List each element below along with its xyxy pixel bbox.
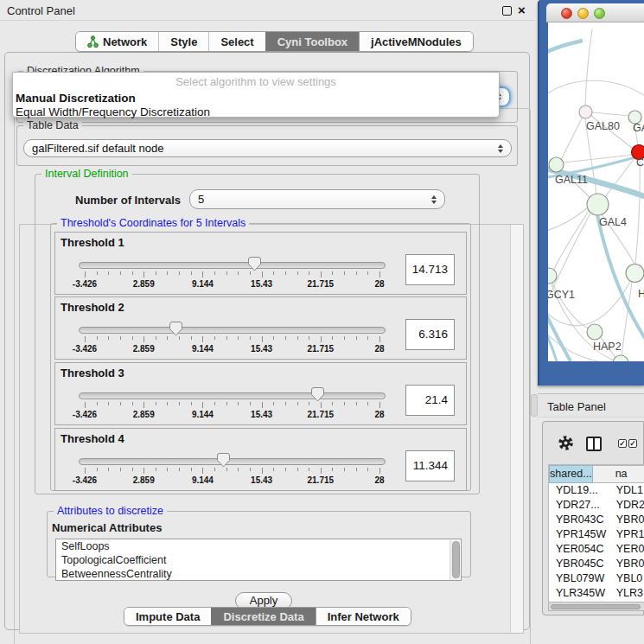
table-row[interactable]: YDL19...YDL1 [549,483,644,498]
table-data-combobox[interactable]: galFiltered.sif default node [23,139,512,157]
attribute-list-item[interactable]: BetweennessCentrality [56,567,461,581]
threshold-value-field[interactable]: 21.4 [405,385,455,416]
table-row[interactable]: YER054CYER0 [549,542,644,557]
attribute-list-item[interactable]: TopologicalCoefficient [56,553,461,567]
threshold-slider[interactable]: -3.4262.8599.14415.4321.71528 [79,258,386,295]
table-horizontal-scrollbar[interactable] [548,602,644,611]
slider-tick [167,336,168,340]
slider-tick [226,271,227,275]
tab-network[interactable]: Network [76,32,158,51]
slider-tick [214,468,215,471]
slider-thumb-icon[interactable] [311,387,324,402]
slider-tick-label: 9.144 [192,410,214,419]
threshold-slider[interactable]: -3.4262.8599.14415.4321.71528 [79,455,386,491]
float-icon[interactable] [502,6,512,16]
threshold-slider[interactable]: -3.4262.8599.14415.4321.71528 [79,389,386,425]
tab-label: Style [170,35,197,48]
popup-placeholder-item[interactable]: Select algorithm to view settings [13,75,499,88]
slider-track[interactable] [79,458,386,465]
slider-tick-label: -3.426 [73,344,97,354]
table-row[interactable]: YPR145WYPR1 [549,527,644,542]
threshold-value-field[interactable]: 14.713 [405,254,455,285]
slider-tick [85,336,86,342]
attributes-scrollbar-thumb[interactable] [452,541,460,578]
cell-name: YER0 [612,542,644,557]
cell-shared-name: YPR145W [549,527,612,542]
slider-tick [321,402,322,408]
close-icon[interactable]: × [518,2,526,19]
slider-tick-label: 21.715 [308,410,335,419]
table-data-value: galFiltered.sif default node [32,142,163,155]
tab-infer-network[interactable]: Infer Network [316,608,411,625]
threshold-value-field[interactable]: 11.344 [405,450,455,481]
stepper-icon [498,144,503,153]
slider-thumb-icon[interactable] [248,257,261,271]
zoom-traffic-light-icon[interactable] [594,8,605,19]
table-scrollbar-thumb[interactable] [551,604,641,610]
column-header-name[interactable]: na [593,465,644,483]
slider-tick [179,468,180,471]
network-canvas[interactable]: GAL80 GA C GAL11 GAL4 GCY1 H HAP2 [548,22,644,361]
threshold-slider[interactable]: -3.4262.8599.14415.4321.71528 [79,323,386,360]
slider-track[interactable] [79,327,386,334]
cell-shared-name: YBR043C [549,513,612,527]
slider-tick-label: 15.43 [251,344,272,354]
tab-cyni-toolbox[interactable]: Cyni Toolbox [265,32,359,51]
slider-track[interactable] [79,262,386,269]
table-row[interactable]: YDR27...YDR2 [549,498,644,513]
column-header-shared-name[interactable]: shared... [549,465,593,483]
slider-tick-label: 15.43 [251,410,272,419]
tab-jactivemnodules[interactable]: jActiveMNodules [359,32,473,51]
popup-item-manual-discretization[interactable]: Manual Discretization [16,92,136,105]
slider-tick [156,468,156,471]
slider-tick [321,336,322,342]
tab-discretize-data[interactable]: Discretize Data [211,608,315,625]
checkbox-icon[interactable]: ✓ [618,439,627,448]
slider-tick [214,336,215,340]
slider-thumb-icon[interactable] [169,322,182,336]
slider-tick-label: 28 [374,344,384,354]
slider-tick [332,402,333,405]
slider-tick [120,468,121,471]
threshold-value-field[interactable]: 6.316 [405,319,455,350]
close-traffic-light-icon[interactable] [561,8,572,19]
cell-shared-name: YER054C [549,542,612,557]
slider-thumb-icon[interactable] [217,453,230,468]
slider-tick [97,468,98,471]
slider-tick [120,402,121,405]
network-icon [87,35,99,48]
numerical-attributes-list[interactable]: SelfLoopsTopologicalCoefficientBetweenne… [55,539,462,581]
slider-tick [238,402,239,405]
popup-item-equal-width-frequency[interactable]: Equal Width/Frequency Discretization [16,105,210,118]
checkbox-icon[interactable]: ✓ [628,439,637,448]
attribute-list-item[interactable]: SelfLoops [56,539,461,553]
interval-definition-title: Interval Definition [41,168,132,180]
tab-style[interactable]: Style [158,32,208,51]
threshold-panel: Threshold 1 -3.4262.8599.14415.4321.7152… [54,232,467,295]
gear-icon[interactable] [558,435,574,451]
table-row[interactable]: YBL079WYBL0 [549,571,644,586]
slider-track[interactable] [79,392,386,399]
slider-tick [356,271,357,275]
node-clipped-bottom [613,355,628,361]
table-row[interactable]: YLR345WYLR3 [549,586,644,601]
panel-splitter-handle[interactable] [531,394,538,417]
table-row[interactable]: YBR043CYBR0 [549,513,644,527]
slider-tick [108,271,109,275]
attributes-list-scrollbar[interactable] [450,540,460,580]
table-header-row: shared... na [549,465,644,483]
num-intervals-combobox[interactable]: 5 [189,189,445,209]
slider-tick [262,402,263,408]
table-row[interactable]: YBR045CYBR0 [549,557,644,571]
slider-tick [108,402,109,405]
tab-impute-data[interactable]: Impute Data [124,608,211,625]
tab-select[interactable]: Select [208,32,265,51]
vertical-scrollbar[interactable] [510,225,523,633]
network-window-titlebar [546,3,644,22]
slider-tick [97,271,98,275]
threshold-label: Threshold 2 [61,301,124,314]
minimize-traffic-light-icon[interactable] [577,8,589,19]
split-column-icon[interactable] [586,437,602,451]
slider-tick [356,336,357,340]
num-intervals-value: 5 [198,193,204,206]
